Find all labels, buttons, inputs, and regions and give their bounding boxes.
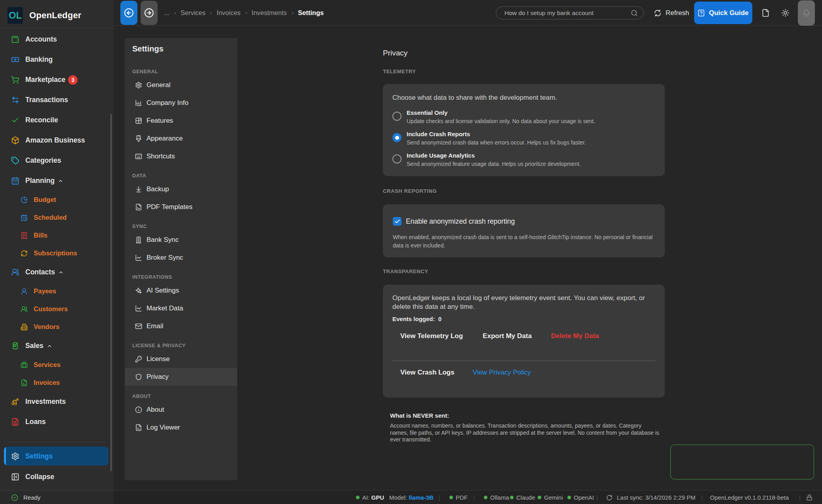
svg-text:OL: OL: [9, 10, 22, 21]
